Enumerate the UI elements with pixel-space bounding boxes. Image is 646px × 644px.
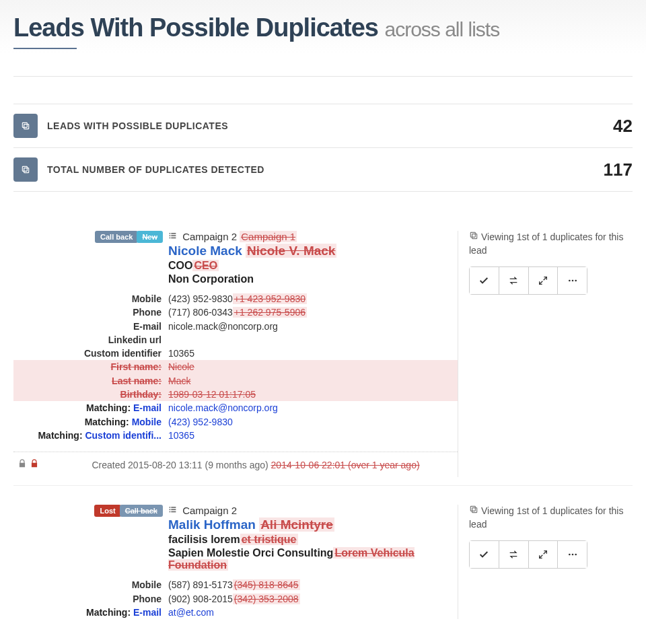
svg-rect-11 [470, 232, 475, 237]
svg-point-14 [575, 280, 577, 282]
lock-icon [17, 459, 27, 470]
lead-name[interactable]: Malik Hoffman Ali Mcintyre [168, 517, 458, 532]
badges: Call backNew [13, 231, 162, 243]
stat-row: TOTAL NUMBER OF DUPLICATES DETECTED 117 [13, 147, 633, 192]
svg-rect-20 [171, 511, 176, 513]
svg-rect-16 [171, 507, 176, 508]
action-bar [469, 540, 587, 569]
removed-field-row: First name: Nicole [13, 360, 458, 373]
field-value: (717) 806-0343+1 262 975-5906 [168, 306, 458, 319]
matching-row: Matching: E-mail at@et.com [13, 606, 458, 619]
campaign-line: Campaign 2 Campaign 1 [168, 231, 458, 242]
status-badge: Lost [94, 505, 120, 517]
status-badge: Call back [95, 231, 138, 243]
matching-row: Matching: Mobile (423) 952-9830 [13, 415, 458, 429]
field-value: (587) 891-5173(345) 818-8645 [168, 578, 458, 592]
expand-button[interactable] [529, 541, 559, 568]
copy-icon [13, 114, 38, 138]
svg-rect-18 [171, 509, 176, 511]
svg-rect-17 [170, 509, 171, 511]
badges: LostCall back [13, 505, 162, 517]
svg-rect-2 [24, 168, 29, 173]
svg-rect-15 [170, 507, 171, 508]
svg-rect-6 [170, 235, 171, 236]
lock-icons [13, 459, 54, 470]
field-label: E-mail [13, 320, 168, 333]
viewing-text: Viewing 1st of 1 duplicates for this lea… [469, 231, 633, 257]
copy-icon [469, 505, 478, 516]
svg-rect-8 [170, 238, 171, 239]
field-value: (423) 952-9830+1 423 952-9830 [168, 292, 458, 306]
lead-card: LostCall back Campaign 2 Malik Hoffman A… [13, 485, 633, 627]
field-label: Custom identifier [13, 347, 168, 360]
field-label: Phone [13, 592, 168, 606]
removed-field-row: Last name: Mack [13, 374, 458, 388]
lock-icon [30, 459, 39, 470]
removed-field-row: Birthday: 1989-03-12 01:17:05 [13, 388, 458, 401]
stat-value: 117 [604, 159, 633, 180]
field-row: Linkedin url [13, 333, 458, 347]
swap-button[interactable] [499, 267, 529, 294]
field-label: Phone [13, 306, 168, 319]
created-row: Created 2015-08-20 13:11 (9 months ago) … [13, 452, 458, 477]
list-icon [168, 231, 177, 242]
company: Sapien Molestie Orci ConsultingLorem Veh… [168, 547, 458, 571]
svg-rect-5 [171, 233, 176, 234]
title-underline [13, 48, 77, 49]
copy-icon [469, 231, 478, 242]
matching-row: Matching: Custom identifi... 10365 [13, 429, 458, 442]
page-title: Leads With Possible Duplicates across al… [13, 13, 633, 42]
lead-name[interactable]: Nicole Mack Nicole V. Mack [168, 244, 458, 258]
stat-label: TOTAL NUMBER OF DUPLICATES DETECTED [47, 164, 604, 175]
confirm-button[interactable] [470, 267, 499, 294]
field-row: Phone (902) 908-2015(342) 353-2008 [13, 592, 458, 606]
svg-point-23 [569, 554, 571, 556]
svg-rect-4 [170, 233, 171, 234]
svg-rect-22 [470, 507, 475, 511]
company: Non Corporation [168, 273, 458, 285]
svg-point-13 [571, 280, 573, 282]
field-row: E-mail nicole.mack@noncorp.org [13, 320, 458, 333]
campaign-line: Campaign 2 [168, 505, 458, 516]
job-title: COOCEO [168, 260, 458, 272]
confirm-button[interactable] [470, 541, 499, 568]
field-row: Phone (717) 806-0343+1 262 975-5906 [13, 306, 458, 319]
svg-rect-19 [170, 511, 171, 513]
job-title: facilisis loremet tristique [168, 534, 458, 546]
field-label: Mobile [13, 292, 168, 306]
svg-rect-9 [171, 238, 176, 239]
svg-rect-3 [22, 166, 27, 171]
field-value: 10365 [168, 347, 458, 360]
status-badge: Call back [120, 505, 163, 517]
field-row: Custom identifier 10365 [13, 347, 458, 360]
field-label: Mobile [13, 578, 168, 592]
field-value [168, 333, 458, 347]
svg-rect-1 [22, 122, 27, 127]
field-label: Linkedin url [13, 333, 168, 347]
action-bar [469, 266, 587, 295]
svg-point-12 [569, 280, 571, 282]
svg-point-25 [575, 554, 577, 556]
expand-button[interactable] [529, 267, 559, 294]
swap-button[interactable] [499, 541, 529, 568]
more-button[interactable] [558, 541, 587, 568]
matching-row: Matching: E-mail nicole.mack@noncorp.org [13, 401, 458, 415]
svg-rect-0 [24, 124, 29, 129]
page-title-subtitle: across all lists [384, 18, 499, 40]
stat-row: LEADS WITH POSSIBLE DUPLICATES 42 [13, 104, 633, 147]
svg-rect-10 [472, 234, 477, 239]
stat-value: 42 [613, 116, 633, 137]
page-title-main: Leads With Possible Duplicates [13, 13, 378, 42]
field-row: Mobile (587) 891-5173(345) 818-8645 [13, 578, 458, 592]
copy-icon [13, 157, 38, 182]
more-button[interactable] [558, 267, 587, 294]
list-icon [168, 505, 177, 516]
lead-card: Call backNew Campaign 2 Campaign 1 Nicol… [13, 212, 633, 485]
svg-point-24 [571, 554, 573, 556]
stat-label: LEADS WITH POSSIBLE DUPLICATES [47, 120, 613, 131]
field-value: nicole.mack@noncorp.org [168, 320, 458, 333]
field-row: Mobile (423) 952-9830+1 423 952-9830 [13, 292, 458, 306]
field-value: (902) 908-2015(342) 353-2008 [168, 592, 458, 606]
status-badge: New [137, 231, 163, 243]
svg-rect-7 [171, 235, 176, 236]
